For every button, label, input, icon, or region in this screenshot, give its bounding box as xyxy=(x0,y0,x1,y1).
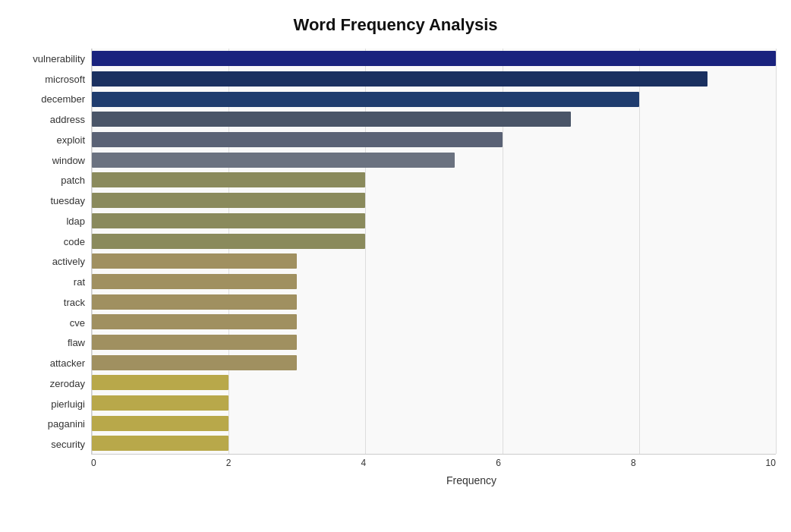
bar-row xyxy=(92,130,776,150)
x-tick: 0 xyxy=(91,458,96,468)
bar xyxy=(92,193,365,208)
bar-row xyxy=(92,292,776,312)
bar xyxy=(92,335,297,350)
y-label: pierluigi xyxy=(51,394,85,414)
x-tick: 8 xyxy=(631,458,636,468)
x-tick: 2 xyxy=(226,458,232,468)
bar xyxy=(92,172,365,187)
y-label: microsoft xyxy=(45,69,85,89)
bar-row xyxy=(92,251,776,271)
bar xyxy=(92,132,503,147)
x-tick: 10 xyxy=(766,458,776,468)
bar xyxy=(92,375,228,390)
chart-title: Word Frequency Analysis xyxy=(294,15,498,35)
bar xyxy=(92,92,639,107)
bar-row xyxy=(92,150,776,170)
y-label: attacker xyxy=(50,354,85,373)
bar-row xyxy=(92,109,776,129)
bar xyxy=(92,234,365,249)
bottom-area: 0246810 Frequency xyxy=(15,455,776,486)
bar-row xyxy=(92,414,776,433)
y-label: rat xyxy=(74,272,85,292)
y-label: code xyxy=(64,231,85,251)
y-label: exploit xyxy=(56,130,85,150)
bar-row xyxy=(92,312,776,332)
y-labels: vulnerabilitymicrosoftdecemberaddressexp… xyxy=(15,49,91,455)
bar xyxy=(92,355,297,370)
bar-row xyxy=(92,231,776,251)
x-tick: 6 xyxy=(496,458,501,468)
y-label: flaw xyxy=(68,333,85,353)
y-label: paganini xyxy=(48,414,85,434)
bar xyxy=(92,436,228,451)
bar xyxy=(92,395,228,411)
bar-row xyxy=(92,170,776,190)
y-label: patch xyxy=(61,171,85,190)
bar xyxy=(92,294,297,310)
grid-line xyxy=(776,49,777,454)
bar xyxy=(92,213,365,228)
bar xyxy=(92,416,228,431)
bar-row xyxy=(92,393,776,413)
y-label: actively xyxy=(52,252,85,272)
chart-area: vulnerabilitymicrosoftdecemberaddressexp… xyxy=(15,49,776,455)
y-label: vulnerability xyxy=(33,49,85,68)
bar xyxy=(92,314,297,329)
y-label: december xyxy=(41,90,85,109)
x-axis-label: Frequency xyxy=(91,474,791,486)
x-tick: 4 xyxy=(361,458,366,468)
bar-row xyxy=(92,332,776,352)
y-label: ldap xyxy=(66,211,85,231)
bar xyxy=(92,274,297,289)
bar xyxy=(92,153,455,168)
bar xyxy=(92,51,776,66)
x-axis-ticks: 0246810 xyxy=(91,455,776,471)
bar-row xyxy=(92,211,776,231)
y-label: tuesday xyxy=(50,191,85,211)
bar-row xyxy=(92,353,776,373)
bar-row xyxy=(92,49,776,68)
bar xyxy=(92,253,297,269)
y-label: address xyxy=(50,110,85,130)
y-label: track xyxy=(64,292,85,312)
y-label: security xyxy=(51,435,85,455)
bar-row xyxy=(92,433,776,453)
bar-row xyxy=(92,69,776,89)
y-label: cve xyxy=(70,313,85,332)
bar xyxy=(92,71,707,87)
chart-container: Word Frequency Analysis vulnerabilitymic… xyxy=(0,0,791,532)
y-label: zeroday xyxy=(50,373,85,393)
bar-row xyxy=(92,90,776,109)
bar xyxy=(92,112,571,127)
bars-area xyxy=(91,49,776,455)
bar-row xyxy=(92,190,776,210)
bar-row xyxy=(92,373,776,392)
y-label: window xyxy=(52,150,85,170)
bar-row xyxy=(92,272,776,291)
